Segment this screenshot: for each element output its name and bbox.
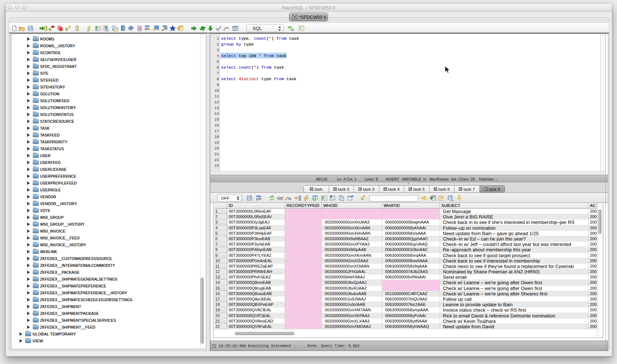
svg-text:66: 66 (288, 25, 292, 29)
